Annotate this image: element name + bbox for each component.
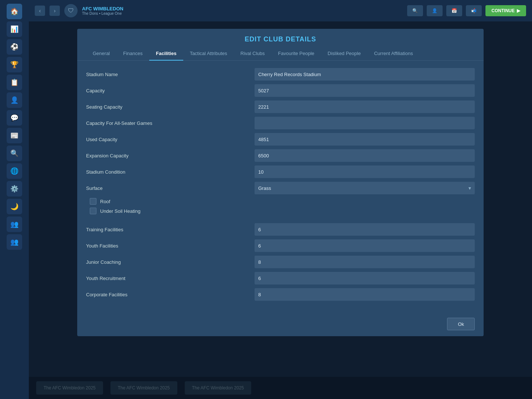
corporate-facilities-label: Corporate Facilities: [86, 292, 249, 297]
topbar-right: 🔍 👤 📅 📬 CONTINUE ▶: [407, 5, 526, 16]
sidebar-icon-home[interactable]: 🏠: [7, 4, 22, 19]
capacity-label: Capacity: [86, 88, 249, 93]
junior-coaching-row: Junior Coaching: [86, 256, 475, 268]
used-capacity-input[interactable]: [255, 133, 475, 146]
undersoil-label: Under Soil Heating: [100, 208, 140, 214]
modal-tabs: General Finances Facilities Tactical Att…: [77, 47, 484, 61]
training-facilities-input[interactable]: [255, 223, 475, 236]
youth-facilities-input[interactable]: [255, 239, 475, 252]
ok-button[interactable]: Ok: [447, 318, 475, 330]
roof-checkbox[interactable]: [90, 198, 96, 205]
sidebar-icon-moon[interactable]: 🌙: [7, 199, 22, 214]
youth-recruitment-label: Youth Recruitment: [86, 276, 249, 281]
edit-club-modal: EDIT CLUB DETAILS General Finances Facil…: [77, 29, 484, 336]
youth-recruitment-input[interactable]: [255, 272, 475, 284]
surface-select[interactable]: Grass Artificial: [255, 182, 475, 194]
stadium-condition-row: Stadium Condition: [86, 166, 475, 178]
club-name: AFC WIMBLEDON: [82, 6, 123, 11]
capacity-all-seater-row: Capacity For All-Seater Games: [86, 117, 475, 129]
roof-label: Roof: [100, 199, 110, 204]
seating-capacity-row: Seating Capacity: [86, 100, 475, 113]
junior-coaching-input[interactable]: [255, 256, 475, 268]
sidebar-icon-stats[interactable]: 📊: [7, 21, 22, 37]
corporate-facilities-row: Corporate Facilities: [86, 288, 475, 301]
undersoil-checkbox[interactable]: [90, 208, 96, 214]
club-sub: The Dons • League One: [82, 11, 123, 16]
used-capacity-row: Used Capacity: [86, 133, 475, 146]
youth-facilities-label: Youth Facilities: [86, 243, 249, 249]
modal-overlay: EDIT CLUB DETAILS General Finances Facil…: [29, 21, 532, 399]
youth-facilities-row: Youth Facilities: [86, 239, 475, 252]
expansion-capacity-label: Expansion Capacity: [86, 153, 249, 158]
stadium-condition-input[interactable]: [255, 166, 475, 178]
sidebar-icon-person[interactable]: 👤: [7, 92, 22, 108]
continue-label: CONTINUE: [491, 8, 515, 13]
tab-current-affiliations[interactable]: Current Affiliations: [367, 47, 419, 61]
roof-row: Roof: [86, 198, 475, 205]
profile-button[interactable]: 👤: [427, 5, 443, 16]
training-facilities-label: Training Facilities: [86, 227, 249, 232]
modal-footer: Ok: [77, 312, 484, 336]
sidebar-icon-trophy[interactable]: 🏆: [7, 57, 22, 72]
modal-header: EDIT CLUB DETAILS: [77, 29, 484, 47]
date-button[interactable]: 📅: [446, 5, 462, 16]
surface-row: Surface Grass Artificial ▾: [86, 182, 475, 194]
sidebar-icon-news[interactable]: 📰: [7, 128, 22, 143]
continue-button[interactable]: CONTINUE ▶: [485, 5, 526, 16]
undersoil-row: Under Soil Heating: [86, 208, 475, 214]
main-content: EDIT CLUB DETAILS General Finances Facil…: [29, 21, 532, 399]
sidebar-icon-search[interactable]: 🔍: [7, 146, 22, 161]
tab-favourite-people[interactable]: Favourite People: [272, 47, 321, 61]
sidebar-icon-football[interactable]: ⚽: [7, 39, 22, 55]
stadium-condition-label: Stadium Condition: [86, 169, 249, 175]
capacity-row: Capacity: [86, 84, 475, 97]
capacity-input[interactable]: [255, 84, 475, 97]
tab-tactical-attributes[interactable]: Tactical Attributes: [183, 47, 234, 61]
seating-capacity-label: Seating Capacity: [86, 104, 249, 110]
forward-button[interactable]: ›: [50, 6, 60, 16]
club-info: AFC WIMBLEDON The Dons • League One: [82, 6, 123, 16]
modal-body: Stadium Name Capacity Seating Capacity C…: [77, 61, 484, 312]
junior-coaching-label: Junior Coaching: [86, 259, 249, 265]
corporate-facilities-input[interactable]: [255, 288, 475, 301]
modal-title: EDIT CLUB DETAILS: [245, 35, 316, 43]
sidebar-icon-group2[interactable]: 👥: [7, 234, 22, 250]
youth-recruitment-row: Youth Recruitment: [86, 272, 475, 284]
training-facilities-row: Training Facilities: [86, 223, 475, 236]
sidebar-icon-clipboard[interactable]: 📋: [7, 75, 22, 90]
stadium-name-row: Stadium Name: [86, 68, 475, 81]
continue-arrow-icon: ▶: [517, 8, 520, 13]
used-capacity-label: Used Capacity: [86, 137, 249, 142]
expansion-capacity-input[interactable]: [255, 149, 475, 162]
sidebar: 🏠 📊 ⚽ 🏆 📋 👤 💬 📰 🔍 🌐 ⚙️ 🌙 👥 👥: [0, 0, 29, 399]
stadium-name-label: Stadium Name: [86, 72, 249, 77]
tab-disliked-people[interactable]: Disliked People: [321, 47, 368, 61]
tab-rival-clubs[interactable]: Rival Clubs: [234, 47, 272, 61]
sidebar-icon-group1[interactable]: 👥: [7, 216, 22, 232]
expansion-capacity-row: Expansion Capacity: [86, 149, 475, 162]
sidebar-icon-chat[interactable]: 💬: [7, 110, 22, 126]
sidebar-icon-globe[interactable]: 🌐: [7, 163, 22, 179]
sidebar-icon-gear[interactable]: ⚙️: [7, 181, 22, 197]
capacity-all-seater-input[interactable]: [255, 117, 475, 129]
seating-capacity-input[interactable]: [255, 100, 475, 113]
surface-label: Surface: [86, 185, 249, 191]
tab-facilities[interactable]: Facilities: [149, 47, 183, 61]
inbox-button[interactable]: 📬: [466, 5, 482, 16]
tab-finances[interactable]: Finances: [116, 47, 149, 61]
stadium-name-input[interactable]: [255, 68, 475, 81]
surface-select-wrapper: Grass Artificial ▾: [255, 182, 475, 194]
capacity-all-seater-label: Capacity For All-Seater Games: [86, 120, 249, 126]
topbar: ‹ › 🛡 AFC WIMBLEDON The Dons • League On…: [29, 0, 532, 21]
tab-general[interactable]: General: [86, 47, 116, 61]
search-button[interactable]: 🔍: [407, 5, 423, 16]
back-button[interactable]: ‹: [35, 6, 45, 16]
club-badge: 🛡: [64, 4, 78, 17]
